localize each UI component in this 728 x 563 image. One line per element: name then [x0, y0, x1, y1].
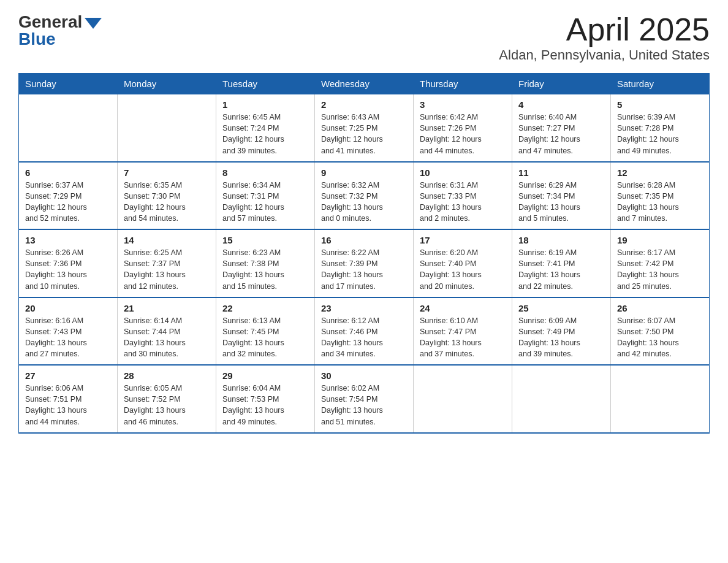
day-number: 15: [222, 235, 308, 245]
day-of-week-header: Thursday: [414, 74, 512, 94]
day-info: Sunrise: 6:31 AM Sunset: 7:33 PM Dayligh…: [420, 180, 506, 224]
calendar-day-cell: 13Sunrise: 6:26 AM Sunset: 7:36 PM Dayli…: [19, 229, 118, 297]
day-number: 25: [518, 303, 604, 313]
day-number: 23: [321, 303, 407, 313]
calendar-day-cell: 22Sunrise: 6:13 AM Sunset: 7:45 PM Dayli…: [216, 297, 315, 366]
day-info: Sunrise: 6:14 AM Sunset: 7:44 PM Dayligh…: [124, 315, 210, 360]
calendar-day-cell: 4Sunrise: 6:40 AM Sunset: 7:27 PM Daylig…: [512, 94, 611, 162]
day-info: Sunrise: 6:07 AM Sunset: 7:50 PM Dayligh…: [617, 315, 703, 360]
day-info: Sunrise: 6:19 AM Sunset: 7:41 PM Dayligh…: [518, 247, 604, 292]
calendar-day-cell: 23Sunrise: 6:12 AM Sunset: 7:46 PM Dayli…: [315, 297, 414, 366]
calendar-table: SundayMondayTuesdayWednesdayThursdayFrid…: [18, 73, 710, 434]
calendar-day-cell: 12Sunrise: 6:28 AM Sunset: 7:35 PM Dayli…: [611, 162, 710, 230]
logo-blue-text: Blue: [18, 29, 56, 49]
calendar-day-cell: [118, 94, 216, 162]
day-number: 13: [25, 235, 111, 245]
calendar-day-cell: 28Sunrise: 6:05 AM Sunset: 7:52 PM Dayli…: [118, 365, 216, 433]
day-info: Sunrise: 6:13 AM Sunset: 7:45 PM Dayligh…: [222, 315, 308, 360]
calendar-day-cell: 30Sunrise: 6:02 AM Sunset: 7:54 PM Dayli…: [315, 365, 414, 433]
day-info: Sunrise: 6:12 AM Sunset: 7:46 PM Dayligh…: [321, 315, 407, 360]
calendar-day-cell: 20Sunrise: 6:16 AM Sunset: 7:43 PM Dayli…: [19, 297, 118, 366]
day-number: 17: [420, 235, 506, 245]
day-info: Sunrise: 6:28 AM Sunset: 7:35 PM Dayligh…: [617, 180, 703, 224]
day-of-week-header: Friday: [512, 74, 611, 94]
day-of-week-header: Saturday: [611, 74, 710, 94]
day-number: 9: [321, 167, 407, 178]
day-number: 11: [518, 167, 604, 178]
day-number: 2: [321, 99, 407, 110]
calendar-day-cell: 6Sunrise: 6:37 AM Sunset: 7:29 PM Daylig…: [19, 162, 118, 230]
day-number: 26: [617, 303, 703, 313]
calendar-day-cell: 14Sunrise: 6:25 AM Sunset: 7:37 PM Dayli…: [118, 229, 216, 297]
day-info: Sunrise: 6:29 AM Sunset: 7:34 PM Dayligh…: [518, 180, 604, 224]
day-number: 1: [222, 99, 308, 110]
calendar-day-cell: 5Sunrise: 6:39 AM Sunset: 7:28 PM Daylig…: [611, 94, 710, 162]
day-info: Sunrise: 6:25 AM Sunset: 7:37 PM Dayligh…: [124, 247, 210, 292]
calendar-day-cell: 3Sunrise: 6:42 AM Sunset: 7:26 PM Daylig…: [414, 94, 512, 162]
day-info: Sunrise: 6:20 AM Sunset: 7:40 PM Dayligh…: [420, 247, 506, 292]
calendar-day-cell: 15Sunrise: 6:23 AM Sunset: 7:38 PM Dayli…: [216, 229, 315, 297]
day-number: 8: [222, 167, 308, 178]
calendar-day-cell: 24Sunrise: 6:10 AM Sunset: 7:47 PM Dayli…: [414, 297, 512, 366]
day-info: Sunrise: 6:17 AM Sunset: 7:42 PM Dayligh…: [617, 247, 703, 292]
calendar-day-cell: [19, 94, 118, 162]
day-number: 4: [518, 99, 604, 110]
calendar-day-cell: 9Sunrise: 6:32 AM Sunset: 7:32 PM Daylig…: [315, 162, 414, 230]
calendar-title: April 2025: [499, 12, 710, 47]
day-number: 16: [321, 235, 407, 245]
calendar-day-cell: 25Sunrise: 6:09 AM Sunset: 7:49 PM Dayli…: [512, 297, 611, 366]
calendar-day-cell: 1Sunrise: 6:45 AM Sunset: 7:24 PM Daylig…: [216, 94, 315, 162]
day-number: 20: [25, 303, 111, 313]
title-block: April 2025 Aldan, Pennsylvania, United S…: [499, 12, 710, 63]
day-info: Sunrise: 6:39 AM Sunset: 7:28 PM Dayligh…: [617, 112, 703, 156]
day-number: 22: [222, 303, 308, 313]
day-number: 5: [617, 99, 703, 110]
calendar-day-cell: 21Sunrise: 6:14 AM Sunset: 7:44 PM Dayli…: [118, 297, 216, 366]
day-number: 7: [124, 167, 210, 178]
day-number: 19: [617, 235, 703, 245]
logo-arrow-icon: [85, 18, 102, 29]
calendar-day-cell: 10Sunrise: 6:31 AM Sunset: 7:33 PM Dayli…: [414, 162, 512, 230]
calendar-day-cell: 26Sunrise: 6:07 AM Sunset: 7:50 PM Dayli…: [611, 297, 710, 366]
calendar-day-cell: 16Sunrise: 6:22 AM Sunset: 7:39 PM Dayli…: [315, 229, 414, 297]
day-of-week-header: Tuesday: [216, 74, 315, 94]
day-info: Sunrise: 6:02 AM Sunset: 7:54 PM Dayligh…: [321, 383, 407, 427]
calendar-day-cell: 8Sunrise: 6:34 AM Sunset: 7:31 PM Daylig…: [216, 162, 315, 230]
calendar-day-cell: 18Sunrise: 6:19 AM Sunset: 7:41 PM Dayli…: [512, 229, 611, 297]
calendar-week-row: 20Sunrise: 6:16 AM Sunset: 7:43 PM Dayli…: [19, 297, 710, 366]
day-number: 28: [124, 370, 210, 381]
day-info: Sunrise: 6:35 AM Sunset: 7:30 PM Dayligh…: [124, 180, 210, 224]
day-info: Sunrise: 6:06 AM Sunset: 7:51 PM Dayligh…: [25, 383, 111, 427]
calendar-subtitle: Aldan, Pennsylvania, United States: [499, 47, 710, 63]
day-info: Sunrise: 6:04 AM Sunset: 7:53 PM Dayligh…: [222, 383, 308, 427]
calendar-day-cell: [611, 365, 710, 433]
calendar-week-row: 27Sunrise: 6:06 AM Sunset: 7:51 PM Dayli…: [19, 365, 710, 433]
day-of-week-header: Monday: [118, 74, 216, 94]
day-info: Sunrise: 6:26 AM Sunset: 7:36 PM Dayligh…: [25, 247, 111, 292]
calendar-week-row: 1Sunrise: 6:45 AM Sunset: 7:24 PM Daylig…: [19, 94, 710, 162]
day-info: Sunrise: 6:45 AM Sunset: 7:24 PM Dayligh…: [222, 112, 308, 156]
calendar-week-row: 6Sunrise: 6:37 AM Sunset: 7:29 PM Daylig…: [19, 162, 710, 230]
day-number: 18: [518, 235, 604, 245]
calendar-day-cell: [512, 365, 611, 433]
day-number: 14: [124, 235, 210, 245]
day-number: 10: [420, 167, 506, 178]
logo: General Blue: [18, 12, 102, 49]
day-info: Sunrise: 6:32 AM Sunset: 7:32 PM Dayligh…: [321, 180, 407, 224]
day-info: Sunrise: 6:40 AM Sunset: 7:27 PM Dayligh…: [518, 112, 604, 156]
day-number: 30: [321, 370, 407, 381]
day-info: Sunrise: 6:16 AM Sunset: 7:43 PM Dayligh…: [25, 315, 111, 360]
day-of-week-header: Sunday: [19, 74, 118, 94]
day-info: Sunrise: 6:09 AM Sunset: 7:49 PM Dayligh…: [518, 315, 604, 360]
day-of-week-header: Wednesday: [315, 74, 414, 94]
day-info: Sunrise: 6:43 AM Sunset: 7:25 PM Dayligh…: [321, 112, 407, 156]
day-info: Sunrise: 6:42 AM Sunset: 7:26 PM Dayligh…: [420, 112, 506, 156]
day-number: 24: [420, 303, 506, 313]
page-header: General Blue April 2025 Aldan, Pennsylva…: [18, 12, 710, 63]
calendar-week-row: 13Sunrise: 6:26 AM Sunset: 7:36 PM Dayli…: [19, 229, 710, 297]
day-number: 27: [25, 370, 111, 381]
day-number: 21: [124, 303, 210, 313]
day-number: 12: [617, 167, 703, 178]
day-info: Sunrise: 6:37 AM Sunset: 7:29 PM Dayligh…: [25, 180, 111, 224]
calendar-day-cell: 27Sunrise: 6:06 AM Sunset: 7:51 PM Dayli…: [19, 365, 118, 433]
